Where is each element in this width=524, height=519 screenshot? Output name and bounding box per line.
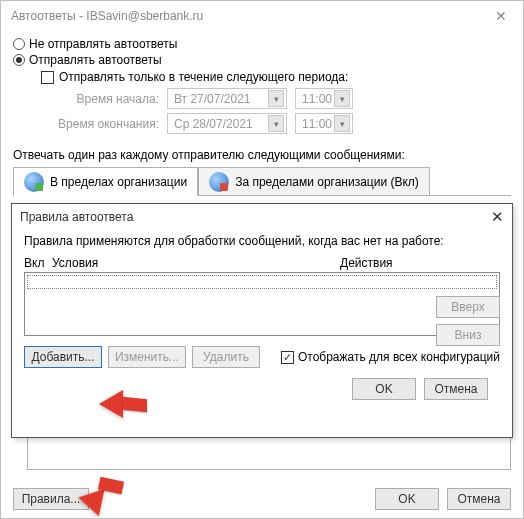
titlebar: Автоответы - IBSavin@sberbank.ru ✕ <box>1 1 523 31</box>
period-checkbox-label: Отправлять только в течение следующего п… <box>59 70 348 84</box>
add-rule-button[interactable]: Добавить... <box>24 346 102 368</box>
window-title: Автоответы - IBSavin@sberbank.ru <box>11 9 203 23</box>
start-label: Время начала: <box>41 92 159 106</box>
end-time-value: 11:00 <box>302 117 332 131</box>
checkbox-icon <box>41 71 54 84</box>
start-date-field[interactable]: Вт 27/07/2021 ▾ <box>167 88 287 109</box>
rules-dialog: Правила автоответа ✕ Правила применяются… <box>11 203 513 438</box>
start-date-value: Вт 27/07/2021 <box>174 92 251 106</box>
dialog-body: Правила применяются для обработки сообще… <box>12 230 512 400</box>
radio-icon <box>13 38 25 50</box>
main-footer: Правила... OK Отмена <box>1 488 523 510</box>
dialog-description: Правила применяются для обработки сообще… <box>24 234 500 248</box>
close-icon[interactable]: ✕ <box>478 1 523 31</box>
dialog-titlebar: Правила автоответа ✕ <box>12 204 512 230</box>
dialog-title: Правила автоответа <box>20 210 133 224</box>
dialog-cancel-button[interactable]: Отмена <box>424 378 488 400</box>
tab-outside-org[interactable]: За пределами организации (Вкл) <box>198 167 430 196</box>
end-time-field[interactable]: 11:00 ▾ <box>295 113 353 134</box>
dialog-footer: OK Отмена <box>24 368 500 400</box>
dialog-ok-button[interactable]: OK <box>352 378 416 400</box>
list-item[interactable] <box>27 275 497 289</box>
period-checkbox-row[interactable]: Отправлять только в течение следующего п… <box>41 70 511 84</box>
period-block: Отправлять только в течение следующего п… <box>41 70 511 134</box>
end-label: Время окончания: <box>41 117 159 131</box>
rule-edit-buttons: Добавить... Изменить... Удалить <box>24 346 260 368</box>
col-on: Вкл <box>24 256 52 270</box>
col-actions: Действия <box>340 256 500 270</box>
radio-no-send-label: Не отправлять автоответы <box>29 37 177 51</box>
people-icon <box>24 172 44 192</box>
globe-icon <box>209 172 229 192</box>
radio-icon <box>13 54 25 66</box>
reorder-buttons: Вверх Вниз <box>436 296 500 346</box>
reply-instruction: Отвечать один раз каждому отправителю сл… <box>13 148 511 162</box>
move-down-button[interactable]: Вниз <box>436 324 500 346</box>
move-up-button[interactable]: Вверх <box>436 296 500 318</box>
tabs: В пределах организации За пределами орга… <box>13 166 511 196</box>
content-area: Не отправлять автоответы Отправлять авто… <box>1 31 523 196</box>
tab-inside-org[interactable]: В пределах организации <box>13 167 198 196</box>
list-header: Вкл Условия Действия <box>24 256 500 270</box>
show-all-label: Отображать для всех конфигураций <box>298 350 500 364</box>
start-time-field[interactable]: 11:00 ▾ <box>295 88 353 109</box>
dialog-action-row: Добавить... Изменить... Удалить ✓ Отобра… <box>24 346 500 368</box>
rules-button[interactable]: Правила... <box>13 488 89 510</box>
radio-send-label: Отправлять автоответы <box>29 53 162 67</box>
autoreply-window: Автоответы - IBSavin@sberbank.ru ✕ Не от… <box>0 0 524 519</box>
end-row: Время окончания: Ср 28/07/2021 ▾ 11:00 ▾ <box>41 113 511 134</box>
end-date-value: Ср 28/07/2021 <box>174 117 253 131</box>
radio-no-send[interactable]: Не отправлять автоответы <box>13 37 511 51</box>
end-date-field[interactable]: Ср 28/07/2021 ▾ <box>167 113 287 134</box>
rules-list[interactable] <box>24 272 500 336</box>
show-all-configs-checkbox[interactable]: ✓ Отображать для всех конфигураций <box>281 350 500 364</box>
tab-outside-label: За пределами организации (Вкл) <box>235 175 419 189</box>
chevron-down-icon: ▾ <box>268 90 284 107</box>
ok-button[interactable]: OK <box>375 488 439 510</box>
checkbox-checked-icon: ✓ <box>281 351 294 364</box>
start-time-value: 11:00 <box>302 92 332 106</box>
tab-inside-label: В пределах организации <box>50 175 187 189</box>
edit-rule-button[interactable]: Изменить... <box>108 346 186 368</box>
close-icon[interactable]: ✕ <box>491 208 504 226</box>
col-conditions: Условия <box>52 256 340 270</box>
chevron-down-icon: ▾ <box>334 90 350 107</box>
radio-send[interactable]: Отправлять автоответы <box>13 53 511 67</box>
delete-rule-button[interactable]: Удалить <box>192 346 260 368</box>
start-row: Время начала: Вт 27/07/2021 ▾ 11:00 ▾ <box>41 88 511 109</box>
cancel-button[interactable]: Отмена <box>447 488 511 510</box>
chevron-down-icon: ▾ <box>334 115 350 132</box>
chevron-down-icon: ▾ <box>268 115 284 132</box>
